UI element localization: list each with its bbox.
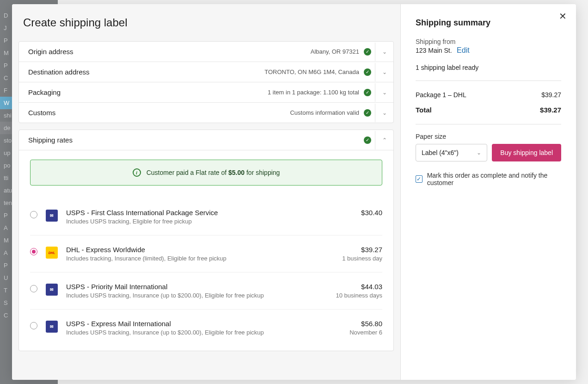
customs-value: Customs information valid [55, 109, 359, 116]
rate-radio[interactable] [30, 285, 37, 292]
sections-card: Origin address Albany, OR 97321 ✓ ⌄ Dest… [18, 41, 394, 123]
total-price: $39.27 [540, 106, 561, 114]
packaging-value: 1 item in 1 package: 1.100 kg total [61, 89, 359, 96]
actions-row: Label (4"x6") ⌄ Buy shipping label [416, 144, 561, 161]
check-icon: ✓ [364, 89, 371, 96]
rate-eta: November 6 [349, 329, 382, 336]
shipping-from-address: 123 Main St. [416, 47, 452, 54]
close-icon[interactable]: ✕ [559, 12, 567, 21]
origin-label: Origin address [28, 48, 74, 56]
dhl-logo-icon: DHL [46, 247, 58, 259]
check-icon: ✓ [364, 136, 371, 144]
summary-title: Shipping summary [416, 18, 561, 28]
rate-info: USPS - First Class International Package… [66, 209, 353, 225]
total-label: Total [416, 106, 432, 114]
check-icon: ✓ [364, 48, 371, 56]
rate-radio[interactable] [30, 211, 37, 218]
labels-ready: 1 shipping label ready [416, 64, 561, 71]
shipping-label-modal: Create shipping label Origin address Alb… [12, 4, 576, 380]
rate-price: $56.80 [349, 320, 382, 328]
origin-value: Albany, OR 97321 [74, 48, 359, 55]
usps-logo-icon: ✉ [46, 321, 58, 333]
buy-shipping-label-button[interactable]: Buy shipping label [492, 144, 561, 161]
chevron-down-icon[interactable]: ⌄ [375, 104, 393, 122]
mark-complete-row: ✓ Mark this order as complete and notify… [416, 172, 561, 186]
rate-price: $44.03 [336, 283, 382, 291]
rate-option[interactable]: ✉USPS - Priority Mail InternationalInclu… [30, 273, 382, 310]
chevron-down-icon[interactable]: ⌄ [375, 63, 393, 81]
rate-eta: 1 business day [342, 255, 382, 262]
rate-info: USPS - Priority Mail InternationalInclud… [66, 283, 328, 299]
chevron-down-icon: ⌄ [477, 149, 481, 156]
rate-info: USPS - Express Mail InternationalInclude… [66, 320, 341, 336]
rate-name: USPS - Express Mail International [66, 320, 341, 328]
rate-desc: Includes USPS tracking, Eligible for fre… [66, 218, 353, 225]
info-icon: i [133, 168, 141, 177]
divider [416, 81, 561, 81]
rate-desc: Includes USPS tracking, Insurance (up to… [66, 329, 341, 336]
rate-price: $39.27 [342, 246, 382, 254]
paper-size-value: Label (4"x6") [422, 149, 459, 156]
rate-option[interactable]: ✉USPS - Express Mail InternationalInclud… [30, 310, 382, 346]
package-label: Package 1 – DHL [416, 91, 466, 99]
rate-name: DHL - Express Worldwide [66, 246, 334, 254]
rate-name: USPS - First Class International Package… [66, 209, 353, 217]
usps-logo-icon: ✉ [46, 284, 58, 296]
origin-address-row[interactable]: Origin address Albany, OR 97321 ✓ ⌄ [19, 42, 393, 62]
packaging-row[interactable]: Packaging 1 item in 1 package: 1.100 kg … [19, 82, 393, 103]
rate-price-col: $30.40 [361, 209, 382, 218]
rate-radio[interactable] [30, 248, 37, 255]
mark-complete-label: Mark this order as complete and notify t… [427, 172, 561, 186]
rate-name: USPS - Priority Mail International [66, 283, 328, 291]
rate-price-col: $39.271 business day [342, 246, 382, 262]
rates-label: Shipping rates [28, 136, 73, 144]
rates-list: ✉USPS - First Class International Packag… [30, 198, 382, 346]
mark-complete-checkbox[interactable]: ✓ [416, 175, 423, 183]
paper-size-select[interactable]: Label (4"x6") ⌄ [416, 144, 487, 161]
paper-size-label: Paper size [416, 133, 561, 140]
destination-label: Destination address [28, 68, 90, 76]
rate-desc: Includes tracking, Insurance (limited), … [66, 255, 334, 262]
chevron-down-icon[interactable]: ⌄ [375, 83, 393, 102]
check-icon: ✓ [364, 68, 371, 76]
rate-price-col: $44.0310 business days [336, 283, 382, 299]
destination-value: TORONTO, ON M6G 1M4, Canada [90, 68, 359, 75]
rate-price: $30.40 [361, 209, 382, 217]
package-price: $39.27 [541, 91, 561, 99]
rate-eta: 10 business days [336, 292, 382, 299]
modal-main: Create shipping label Origin address Alb… [12, 4, 400, 380]
rates-body: i Customer paid a Flat rate of $5.00 for… [19, 150, 393, 351]
rate-desc: Includes USPS tracking, Insurance (up to… [66, 292, 328, 299]
edit-address-link[interactable]: Edit [457, 46, 470, 54]
customer-paid-banner: i Customer paid a Flat rate of $5.00 for… [30, 160, 382, 186]
customs-label: Customs [28, 109, 55, 117]
rate-option[interactable]: DHLDHL - Express WorldwideIncludes track… [30, 235, 382, 273]
modal-title: Create shipping label [12, 4, 400, 41]
total-line: Total $39.27 [416, 102, 561, 118]
rate-option[interactable]: ✉USPS - First Class International Packag… [30, 198, 382, 235]
usps-logo-icon: ✉ [46, 210, 58, 222]
rate-price-col: $56.80November 6 [349, 320, 382, 336]
banner-text: Customer paid a Flat rate of $5.00 for s… [147, 169, 280, 176]
shipping-from-label: Shipping from [416, 38, 561, 45]
rate-radio[interactable] [30, 322, 37, 329]
shipping-rates-row[interactable]: Shipping rates ✓ ⌃ [19, 130, 393, 150]
rates-card: Shipping rates ✓ ⌃ i Customer paid a Fla… [18, 130, 394, 351]
destination-address-row[interactable]: Destination address TORONTO, ON M6G 1M4,… [19, 62, 393, 82]
check-icon: ✓ [364, 109, 371, 117]
package-line: Package 1 – DHL $39.27 [416, 87, 561, 102]
packaging-label: Packaging [28, 88, 61, 96]
rate-info: DHL - Express WorldwideIncludes tracking… [66, 246, 334, 262]
summary-panel: ✕ Shipping summary Shipping from 123 Mai… [400, 4, 576, 380]
chevron-down-icon[interactable]: ⌄ [375, 43, 393, 61]
chevron-up-icon[interactable]: ⌃ [375, 131, 393, 149]
divider [416, 124, 561, 124]
customs-row[interactable]: Customs Customs information valid ✓ ⌄ [19, 103, 393, 123]
